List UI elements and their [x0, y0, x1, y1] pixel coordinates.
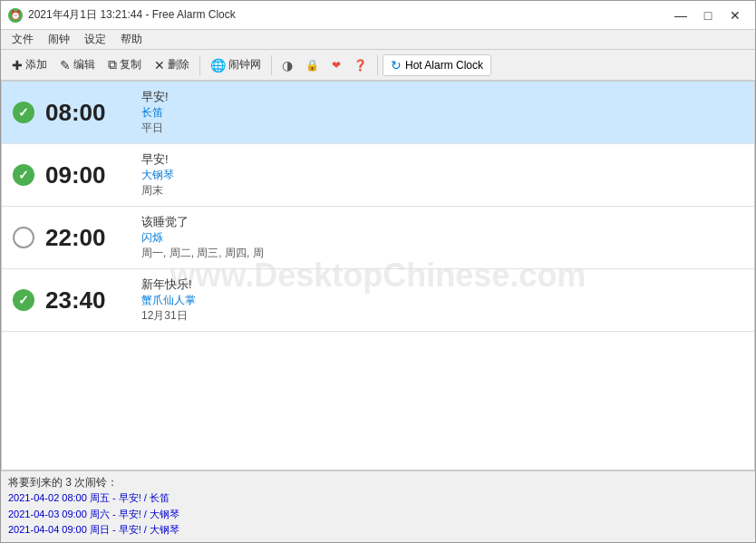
alarm-time-2: 09:00 [45, 161, 127, 189]
alarm-label-3: 该睡觉了 [141, 214, 264, 230]
add-icon: ✚ [12, 58, 23, 73]
alarm-row[interactable]: ✓ 09:00 早安! 大钢琴 周末 [2, 144, 754, 207]
separator-2 [271, 55, 272, 75]
website-label: 闹钟网 [228, 57, 261, 73]
half-circle-button[interactable]: ◑ [276, 55, 298, 75]
hot-alarm-button[interactable]: ↻ Hot Alarm Clock [383, 54, 491, 76]
website-button[interactable]: 🌐 闹钟网 [205, 54, 267, 75]
alarm-time-4: 23:40 [45, 286, 127, 315]
upcoming-item-2: 2021-04-03 09:00 周六 - 早安! / 大钢琴 [8, 507, 748, 523]
alarm-list: www.DesktopChinese.com ✓ 08:00 早安! 长笛 平日… [1, 81, 755, 470]
close-button[interactable]: ✕ [722, 5, 748, 25]
copy-icon: ⧉ [108, 57, 117, 73]
title-bar: ⏰ 2021年4月1日 13:21:44 - Free Alarm Clock … [1, 1, 755, 30]
alarm-check-2[interactable]: ✓ [13, 164, 34, 186]
delete-button[interactable]: ✕ 删除 [149, 54, 195, 75]
minimize-button[interactable]: — [668, 5, 693, 25]
check-enabled-icon: ✓ [13, 102, 34, 123]
alarm-days-2: 周末 [141, 183, 174, 199]
add-label: 添加 [25, 57, 47, 73]
alarm-details-3: 该睡觉了 闪烁 周一, 周二, 周三, 周四, 周 [141, 214, 264, 261]
add-button[interactable]: ✚ 添加 [6, 54, 53, 75]
alarm-row[interactable]: ✓ 23:40 新年快乐! 蟹爪仙人掌 12月31日 [2, 269, 754, 332]
alarm-sound-4: 蟹爪仙人掌 [141, 293, 196, 308]
menu-file[interactable]: 文件 [5, 30, 41, 49]
edit-button[interactable]: ✎ 编辑 [54, 54, 101, 75]
app-icon: ⏰ [8, 8, 23, 23]
delete-label: 删除 [168, 57, 189, 73]
lock-button[interactable]: 🔒 [300, 56, 325, 74]
hot-alarm-label: Hot Alarm Clock [405, 59, 483, 72]
check-enabled-icon: ✓ [13, 289, 34, 311]
alarm-label-4: 新年快乐! [141, 276, 196, 293]
alarm-sound-1: 长笛 [141, 105, 169, 121]
upcoming-item-3: 2021-04-04 09:00 周日 - 早安! / 大钢琴 [8, 522, 748, 538]
alarm-sound-3: 闪烁 [141, 230, 264, 246]
window-title: 2021年4月1日 13:21:44 - Free Alarm Clock [28, 7, 668, 23]
refresh-icon: ↻ [391, 58, 402, 73]
edit-label: 编辑 [73, 57, 95, 73]
alarm-label-1: 早安! [141, 89, 169, 105]
menu-settings[interactable]: 设定 [77, 30, 113, 49]
upcoming-item-1: 2021-04-02 08:00 周五 - 早安! / 长笛 [8, 490, 748, 507]
edit-icon: ✎ [60, 58, 71, 73]
copy-button[interactable]: ⧉ 复制 [102, 54, 147, 75]
alarm-days-4: 12月31日 [141, 308, 196, 324]
delete-icon: ✕ [154, 58, 165, 73]
alarm-details-1: 早安! 长笛 平日 [141, 89, 169, 136]
separator-1 [199, 55, 200, 75]
heart-button[interactable]: ❤ [326, 56, 346, 74]
alarm-time-3: 22:00 [45, 224, 127, 252]
check-enabled-icon: ✓ [13, 164, 34, 186]
alarm-label-2: 早安! [141, 151, 174, 168]
alarm-check-4[interactable]: ✓ [13, 289, 34, 311]
check-disabled-icon [13, 227, 34, 248]
alarm-details-2: 早安! 大钢琴 周末 [141, 151, 174, 199]
separator-3 [377, 55, 378, 75]
alarm-days-3: 周一, 周二, 周三, 周四, 周 [141, 246, 264, 261]
alarm-check-3[interactable] [13, 227, 34, 248]
alarm-row[interactable]: 22:00 该睡觉了 闪烁 周一, 周二, 周三, 周四, 周 [2, 207, 754, 269]
question-icon: ❓ [354, 59, 367, 72]
heart-icon: ❤ [332, 59, 341, 72]
alarm-sound-2: 大钢琴 [141, 168, 174, 183]
alarm-row[interactable]: ✓ 08:00 早安! 长笛 平日 [2, 82, 754, 144]
alarm-check-1[interactable]: ✓ [13, 102, 34, 123]
alarm-time-1: 08:00 [45, 99, 127, 127]
halfcircle-icon: ◑ [282, 58, 293, 73]
alarm-days-1: 平日 [141, 121, 169, 136]
menu-help[interactable]: 帮助 [113, 30, 150, 49]
copy-label: 复制 [120, 57, 141, 73]
toolbar: ✚ 添加 ✎ 编辑 ⧉ 复制 ✕ 删除 🌐 闹钟网 ◑ 🔒 ❤ [1, 50, 755, 81]
upcoming-label: 将要到来的 3 次闹铃： [8, 475, 748, 490]
menu-bar: 文件 闹钟 设定 帮助 [1, 30, 755, 50]
help-button[interactable]: ❓ [348, 56, 373, 74]
alarm-details-4: 新年快乐! 蟹爪仙人掌 12月31日 [141, 276, 196, 324]
menu-alarm[interactable]: 闹钟 [41, 30, 77, 49]
status-bar: 将要到来的 3 次闹铃： 2021-04-02 08:00 周五 - 早安! /… [1, 470, 755, 542]
lock-icon: 🔒 [305, 59, 319, 72]
maximize-button[interactable]: □ [695, 5, 721, 25]
main-window: ⏰ 2021年4月1日 13:21:44 - Free Alarm Clock … [0, 0, 756, 543]
window-controls: — □ ✕ [668, 5, 748, 25]
globe-icon: 🌐 [210, 58, 226, 73]
